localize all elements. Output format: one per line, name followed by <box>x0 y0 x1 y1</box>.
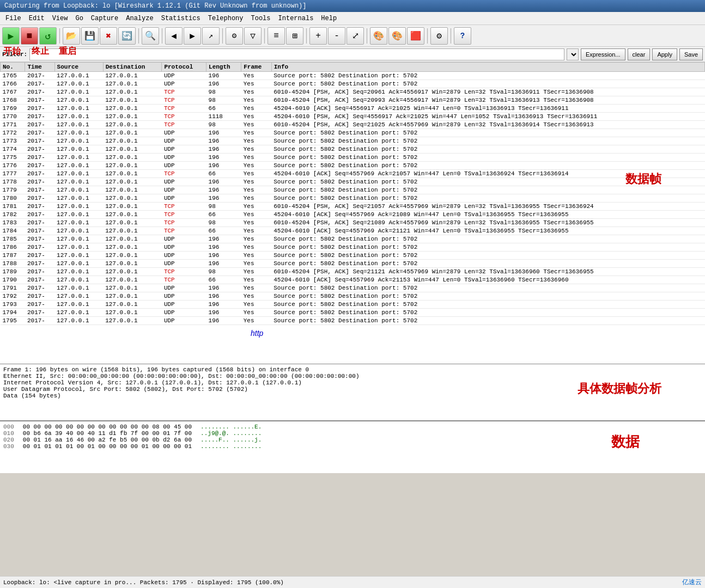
table-row[interactable]: 17792017-127.0.0.1127.0.0.1UDP196YesSour… <box>1 186 705 194</box>
table-row[interactable]: 17932017-127.0.0.1127.0.0.1UDP196YesSour… <box>1 301 705 309</box>
menu-tools[interactable]: Tools <box>248 14 274 23</box>
data-annotation: 数据 <box>611 432 640 451</box>
pkt-list-button[interactable]: ≡ <box>268 27 285 45</box>
frame-annotation: 数据帧 <box>625 171 661 187</box>
save-button[interactable]: Save <box>679 48 703 60</box>
col-time: Time <box>25 63 54 72</box>
prev-button[interactable]: ◀ <box>165 27 183 45</box>
menu-view[interactable]: View <box>49 14 71 23</box>
table-row[interactable]: 17832017-127.0.0.1127.0.0.1TCP98Yes6010-… <box>1 219 705 227</box>
zoom-out-button[interactable]: - <box>328 27 345 45</box>
pkt-detail-icon: ⊞ <box>292 30 297 41</box>
menu-statistics[interactable]: Statistics <box>158 14 204 23</box>
hex-row: 02000 01 16 aa 16 46 00 a2 fe b5 00 00 0… <box>3 437 702 443</box>
capture-options-button[interactable]: ⚙ <box>226 27 243 45</box>
coloring-icon: 🎨 <box>373 30 384 41</box>
prefs-button[interactable]: ⚙ <box>430 27 448 45</box>
menu-internals[interactable]: Internals <box>275 14 317 23</box>
table-row[interactable]: 17852017-127.0.0.1127.0.0.1UDP196YesSour… <box>1 235 705 243</box>
table-row[interactable]: 17872017-127.0.0.1127.0.0.1UDP196YesSour… <box>1 252 705 260</box>
watermark: 亿速云 <box>682 578 702 587</box>
next-icon: ▶ <box>190 30 195 41</box>
table-row[interactable]: 17672017-127.0.0.1127.0.0.1TCP98Yes6010-… <box>1 88 705 96</box>
open-file-button[interactable]: 📂 <box>63 27 80 45</box>
table-row[interactable]: 17722017-127.0.0.1127.0.0.1UDP196YesSour… <box>1 129 705 137</box>
hex-content: 00000 00 00 00 00 00 00 00 00 00 00 00 0… <box>3 424 702 450</box>
col-length: Length <box>206 63 241 72</box>
search-icon: 🔍 <box>145 30 156 41</box>
table-row[interactable]: 17762017-127.0.0.1127.0.0.1UDP196YesSour… <box>1 162 705 170</box>
filter-input[interactable] <box>29 48 564 60</box>
table-row[interactable]: 17782017-127.0.0.1127.0.0.1UDP196YesSour… <box>1 178 705 186</box>
table-row[interactable]: 17802017-127.0.0.1127.0.0.1UDP196YesSour… <box>1 194 705 203</box>
menu-go[interactable]: Go <box>72 14 86 23</box>
table-row[interactable]: 17732017-127.0.0.1127.0.0.1UDP196YesSour… <box>1 137 705 145</box>
menu-telephony[interactable]: Telephony <box>205 14 247 23</box>
table-row[interactable]: 17692017-127.0.0.1127.0.0.1TCP66Yes45204… <box>1 105 705 113</box>
capture-start2-icon: ▽ <box>250 30 256 41</box>
start-icon: ▶ <box>8 30 14 42</box>
table-row[interactable]: 17772017-127.0.0.1127.0.0.1TCP66Yes45204… <box>1 170 705 178</box>
close-button[interactable]: ✖ <box>100 27 117 45</box>
table-row[interactable]: 17922017-127.0.0.1127.0.0.1UDP196YesSour… <box>1 292 705 301</box>
help-button[interactable]: ? <box>454 27 471 45</box>
table-row[interactable]: 17682017-127.0.0.1127.0.0.1TCP98Yes6010-… <box>1 96 705 105</box>
reload-button[interactable]: 🔄 <box>118 27 136 45</box>
menu-edit[interactable]: Edit <box>26 14 48 23</box>
separator-1 <box>59 28 60 44</box>
resize-icon: ⤢ <box>352 30 359 41</box>
table-row[interactable]: 17902017-127.0.0.1127.0.0.1TCP66Yes45204… <box>1 276 705 284</box>
table-row[interactable]: 17862017-127.0.0.1127.0.0.1UDP196YesSour… <box>1 243 705 252</box>
filter-dropdown[interactable] <box>567 48 579 60</box>
table-row[interactable]: 17662017-127.0.0.1127.0.0.1UDP196YesSour… <box>1 80 705 88</box>
coloring2-icon: 🎨 <box>392 30 403 41</box>
table-row[interactable]: 17652017-127.0.0.1127.0.0.1UDP196YesSour… <box>1 72 705 80</box>
packet-list[interactable]: No. Time Source Destination Protocol Len… <box>0 62 705 364</box>
clear-button[interactable]: clear <box>628 48 651 60</box>
next-button[interactable]: ▶ <box>184 27 201 45</box>
coloring-button[interactable]: 🎨 <box>370 27 387 45</box>
menu-analyze[interactable]: Analyze <box>123 14 156 23</box>
stop-icon: ■ <box>27 30 33 41</box>
table-row[interactable]: 17712017-127.0.0.1127.0.0.1TCP98Yes6010-… <box>1 121 705 129</box>
hex-row: 01000 b6 6a 39 40 00 40 11 d1 fb 7f 00 0… <box>3 430 702 437</box>
coloring2-button[interactable]: 🎨 <box>388 27 406 45</box>
prefs-icon: ⚙ <box>436 30 442 41</box>
table-row[interactable]: 17882017-127.0.0.1127.0.0.1UDP196YesSour… <box>1 260 705 268</box>
hex-panel: 00000 00 00 00 00 00 00 00 00 00 00 00 0… <box>0 421 705 473</box>
color3-button[interactable]: 🟥 <box>407 27 424 45</box>
zoom-out-icon: - <box>334 31 339 41</box>
resize-button[interactable]: ⤢ <box>347 27 364 45</box>
table-row[interactable]: 17742017-127.0.0.1127.0.0.1UDP196YesSour… <box>1 145 705 154</box>
expression-button[interactable]: Expression... <box>581 48 625 60</box>
http-annotation: http <box>251 329 263 338</box>
table-row[interactable]: 17702017-127.0.0.1127.0.0.1TCP1118Yes452… <box>1 113 705 121</box>
table-row[interactable]: 17912017-127.0.0.1127.0.0.1UDP196YesSour… <box>1 284 705 292</box>
prev-icon: ◀ <box>171 30 177 41</box>
stop-capture-button[interactable]: ■ <box>21 27 38 45</box>
restart-capture-button[interactable]: ↺ <box>39 27 57 45</box>
apply-button[interactable]: Apply <box>652 48 677 60</box>
table-row[interactable]: 17822017-127.0.0.1127.0.0.1TCP66Yes45204… <box>1 211 705 219</box>
close-icon: ✖ <box>106 30 111 41</box>
table-row[interactable]: 17812017-127.0.0.1127.0.0.1TCP98Yes6010-… <box>1 203 705 211</box>
pkt-detail-button[interactable]: ⊞ <box>286 27 303 45</box>
filter-label: Filter: <box>2 51 27 58</box>
menu-file[interactable]: File <box>2 14 25 23</box>
table-row[interactable]: 17892017-127.0.0.1127.0.0.1TCP98Yes6010-… <box>1 268 705 276</box>
capture-start2-button[interactable]: ▽ <box>244 27 262 45</box>
menu-help[interactable]: Help <box>318 14 340 23</box>
menu-bar: File Edit View Go Capture Analyze Statis… <box>0 12 705 25</box>
goto-button[interactable]: ↗ <box>202 27 220 45</box>
table-row[interactable]: 17752017-127.0.0.1127.0.0.1UDP196YesSour… <box>1 154 705 162</box>
table-row[interactable]: 17952017-127.0.0.1127.0.0.1UDP196YesSour… <box>1 317 705 325</box>
start-capture-button[interactable]: ▶ <box>2 27 20 45</box>
help-icon: ? <box>460 32 465 40</box>
table-row[interactable]: 17942017-127.0.0.1127.0.0.1UDP196YesSour… <box>1 309 705 317</box>
save-file-button[interactable]: 💾 <box>81 27 99 45</box>
zoom-in-button[interactable]: + <box>309 27 327 45</box>
table-row[interactable]: 17842017-127.0.0.1127.0.0.1TCP66Yes45204… <box>1 227 705 235</box>
menu-capture[interactable]: Capture <box>88 14 121 23</box>
find-button[interactable]: 🔍 <box>142 27 159 45</box>
col-protocol: Protocol <box>162 63 206 72</box>
